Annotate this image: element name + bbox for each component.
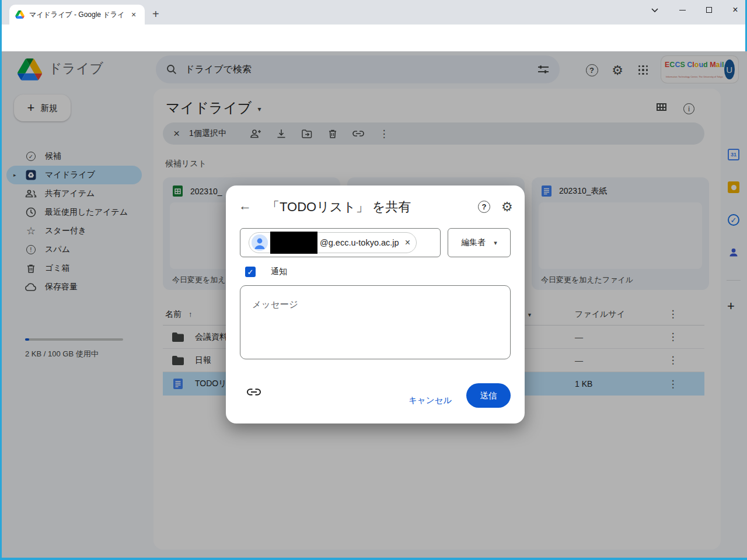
drive-favicon	[15, 10, 25, 19]
remove-recipient-icon[interactable]: ×	[405, 237, 410, 248]
new-tab-button[interactable]: +	[152, 8, 159, 20]
send-button[interactable]: 送信	[466, 383, 511, 408]
tab-close-icon[interactable]: ×	[128, 9, 139, 20]
redacted-name	[270, 232, 317, 254]
screen: マイドライブ - Google ドライブ × + × ← → ↻ drive.g…	[0, 0, 747, 560]
dialog-title: 「TODOリスト」 を共有	[267, 198, 411, 216]
window-close-button[interactable]: ×	[722, 0, 747, 20]
window-minimize-button[interactable]	[669, 0, 696, 20]
recipient-avatar-icon	[252, 235, 268, 251]
browser-tabstrip: マイドライブ - Google ドライブ × + ×	[2, 0, 745, 24]
recipient-chip[interactable]: @g.ecc.u-tokyo.ac.jp ×	[249, 232, 417, 253]
role-value: 編集者	[461, 237, 486, 248]
dropdown-caret-icon: ▾	[494, 239, 497, 247]
share-dialog: ← 「TODOリスト」 を共有 ? ⚙ @g.ecc.u-tokyo.ac.jp…	[226, 186, 525, 424]
dialog-settings-gear-icon[interactable]: ⚙	[501, 200, 513, 214]
browser-toolbar: ← → ↻ drive.google.com/drive/my-drive ☆ …	[2, 24, 745, 51]
window-maximize-button[interactable]	[696, 0, 722, 20]
message-textarea[interactable]: メッセージ	[240, 285, 511, 359]
cancel-button[interactable]: キャンセル	[404, 390, 456, 411]
recipient-email: @g.ecc.u-tokyo.ac.jp	[320, 238, 399, 247]
notify-checkbox[interactable]: ✓	[245, 267, 256, 277]
tab-search-chevron-icon[interactable]	[641, 0, 668, 20]
browser-tab[interactable]: マイドライブ - Google ドライブ ×	[9, 5, 145, 24]
share-recipients-input[interactable]: @g.ecc.u-tokyo.ac.jp ×	[240, 228, 441, 257]
tab-title: マイドライブ - Google ドライブ	[29, 10, 124, 20]
dialog-back-icon[interactable]: ←	[239, 198, 252, 214]
copy-link-icon[interactable]	[247, 388, 261, 396]
notify-label: 通知	[271, 267, 287, 277]
dialog-help-icon[interactable]: ?	[478, 201, 490, 213]
role-dropdown[interactable]: 編集者 ▾	[448, 228, 511, 257]
